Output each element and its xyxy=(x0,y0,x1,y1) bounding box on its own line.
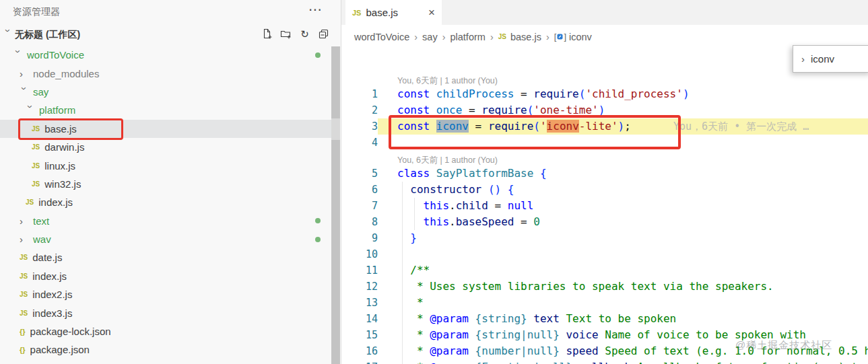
collapse-all-icon[interactable] xyxy=(318,28,329,40)
tree-item-darwin.js[interactable]: JSdarwin.js xyxy=(0,138,331,156)
explorer-sidebar: 资源管理器 ⋯ › 无标题 (工作区) ↻ ›wordToVoice›node_… xyxy=(0,0,341,364)
tree-item-platform[interactable]: ›platform xyxy=(0,101,331,119)
code-line-7[interactable]: 7 this.child = null xyxy=(341,198,868,214)
tree-item-package-lock.json[interactable]: {}package-lock.json xyxy=(0,322,331,340)
new-folder-icon[interactable] xyxy=(280,28,292,40)
close-icon[interactable]: × xyxy=(428,6,435,20)
chevron-right-icon: › xyxy=(20,216,30,226)
line-number: 12 xyxy=(341,279,378,295)
editor-group: JS base.js × wordToVoice›say›platform›JS… xyxy=(341,0,868,364)
code-line-13[interactable]: 13 * xyxy=(341,295,868,311)
breadcrumb-separator: › xyxy=(414,32,418,42)
breadcrumb-item-say[interactable]: say xyxy=(422,32,438,42)
codelens[interactable]: You, 6天前 | 1 author (You) xyxy=(341,155,868,166)
tree-item-win32.js[interactable]: JSwin32.js xyxy=(0,175,331,193)
json-file-icon: {} xyxy=(20,346,26,354)
js-file-icon: JS xyxy=(32,143,40,151)
line-number: 4 xyxy=(341,135,378,151)
modified-dot-icon xyxy=(315,218,321,223)
code-line-9[interactable]: 9 } xyxy=(341,230,868,246)
tree-item-linux.js[interactable]: JSlinux.js xyxy=(0,156,331,174)
js-file-icon: JS xyxy=(20,272,28,280)
tree-item-base.js[interactable]: JSbase.js xyxy=(0,120,331,138)
tree-item-label: wav xyxy=(33,233,51,245)
refresh-icon[interactable]: ↻ xyxy=(299,28,310,40)
tree-item-label: platform xyxy=(39,104,75,116)
tree-item-label: base.js xyxy=(44,123,77,135)
breadcrumb: wordToVoice›say›platform›JSbase.js›[]ico… xyxy=(341,25,868,48)
tree-item-label: darwin.js xyxy=(44,141,84,153)
breadcrumb-item-wordToVoice[interactable]: wordToVoice xyxy=(354,32,409,42)
tree-item-index2.js[interactable]: JSindex2.js xyxy=(0,285,331,303)
tree-item-label: win32.js xyxy=(44,178,81,190)
chevron-down-icon: › xyxy=(3,29,13,39)
symbol-variable-icon: [] xyxy=(554,32,566,42)
popup-symbol-label: iconv xyxy=(811,53,834,65)
code-line-8[interactable]: 8 this.baseSpeed = 0 xyxy=(341,214,868,230)
more-actions-icon[interactable]: ⋯ xyxy=(308,1,322,17)
code-line-3[interactable]: 3const iconv = require('iconv-lite');You… xyxy=(341,118,868,135)
breadcrumb-separator: › xyxy=(442,32,446,42)
tree-item-label: index2.js xyxy=(32,289,72,300)
tree-item-label: node_modules xyxy=(33,68,99,79)
code-line-1[interactable]: 1const childProcess = require('child_pro… xyxy=(341,86,868,102)
line-number: 6 xyxy=(341,182,378,198)
js-file-icon: JS xyxy=(20,254,28,261)
tree-item-label: date.js xyxy=(32,252,62,263)
indent-guide xyxy=(402,182,403,364)
code-line-15[interactable]: 15 * @param {string|null} voice Name of … xyxy=(341,327,868,343)
explorer-title-row: 资源管理器 ⋯ xyxy=(0,0,341,24)
modified-dot-icon xyxy=(315,52,321,58)
tab-bar: JS base.js × xyxy=(341,0,868,25)
line-number: 11 xyxy=(341,262,378,279)
scrollbar-notch xyxy=(331,118,340,140)
tab-label: base.js xyxy=(366,7,398,18)
codelens[interactable]: You, 6天前 | 1 author (You) xyxy=(341,75,868,86)
js-file-icon: JS xyxy=(20,291,28,298)
tree-item-label: text xyxy=(33,215,49,227)
breadcrumb-item-iconv[interactable]: []iconv xyxy=(554,32,592,42)
json-file-icon: {} xyxy=(20,328,26,336)
breadcrumb-item-base.js[interactable]: JSbase.js xyxy=(498,32,541,42)
chevron-right-icon: › xyxy=(20,69,30,79)
line-number: 5 xyxy=(341,166,378,182)
tree-item-text[interactable]: ›text xyxy=(0,212,331,230)
chevron-down-icon: › xyxy=(26,105,36,115)
code-line-6[interactable]: 6 constructor () { xyxy=(341,182,868,198)
tree-item-wav[interactable]: ›wav xyxy=(0,230,331,248)
tree-item-date.js[interactable]: JSdate.js xyxy=(0,248,331,266)
line-number: 8 xyxy=(341,214,378,230)
workspace-section-header[interactable]: › 无标题 (工作区) ↻ xyxy=(0,24,341,46)
tree-item-say[interactable]: ›say xyxy=(0,83,331,101)
line-number: 7 xyxy=(341,198,378,214)
file-tree: ›wordToVoice›node_modules›say›platformJS… xyxy=(0,46,331,359)
breadcrumb-separator: › xyxy=(546,32,549,42)
workspace-section-label: 无标题 (工作区) xyxy=(15,29,80,41)
sidebar-scrollbar[interactable] xyxy=(331,46,340,364)
code-line-5[interactable]: 5class SayPlatformBase { xyxy=(341,166,868,182)
tree-item-index.js[interactable]: JSindex.js xyxy=(0,267,331,285)
code-line-17[interactable]: 17 * @param {Function|null} callback A c… xyxy=(341,359,868,364)
chevron-down-icon: › xyxy=(20,87,30,97)
code-line-11[interactable]: 11 /** xyxy=(341,262,868,279)
tab-base-js[interactable]: JS base.js × xyxy=(345,0,442,25)
tree-item-index3.js[interactable]: JSindex3.js xyxy=(0,303,331,322)
code-line-12[interactable]: 12 * Uses system libraries to speak text… xyxy=(341,279,868,295)
tree-item-index.js[interactable]: JSindex.js xyxy=(0,193,331,211)
new-file-icon[interactable] xyxy=(261,28,273,40)
chevron-right-icon: › xyxy=(801,53,805,65)
line-number: 1 xyxy=(341,86,378,102)
code-area[interactable]: You, 6天前 | 1 author (You)1const childPro… xyxy=(341,48,868,364)
code-line-10[interactable]: 10 xyxy=(341,246,868,262)
code-line-16[interactable]: 16 * @param {number|null} speed Speed of… xyxy=(341,343,868,359)
code-line-2[interactable]: 2const once = require('one-time') xyxy=(341,102,868,118)
code-line-14[interactable]: 14 * @param {string} text Text to be spo… xyxy=(341,311,868,327)
code-line-4[interactable]: 4 xyxy=(341,135,868,151)
breadcrumb-item-platform[interactable]: platform xyxy=(450,32,485,42)
js-file-icon: JS xyxy=(498,33,506,40)
js-file-icon: JS xyxy=(32,125,40,133)
symbol-popup[interactable]: › iconv xyxy=(793,45,868,73)
tree-item-wordToVoice[interactable]: ›wordToVoice xyxy=(0,46,331,64)
tree-item-package.json[interactable]: {}package.json xyxy=(0,340,331,359)
tree-item-node_modules[interactable]: ›node_modules xyxy=(0,64,331,82)
